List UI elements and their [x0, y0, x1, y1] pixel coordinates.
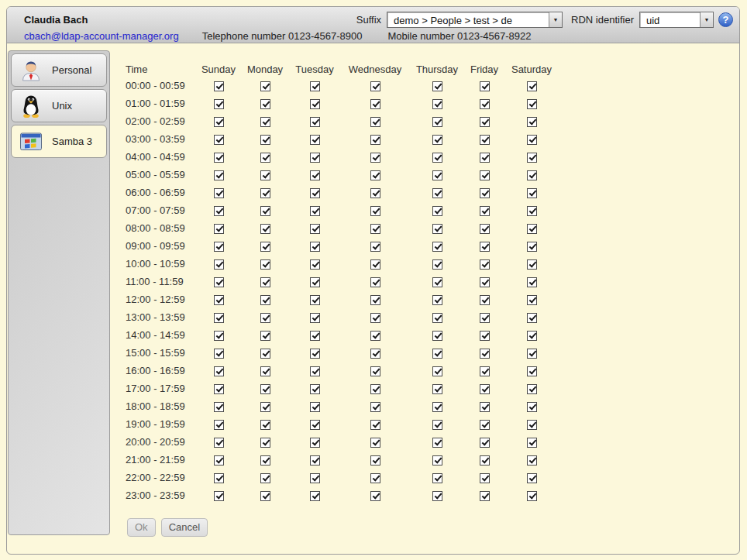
hour-checkbox-13:00-sunday[interactable]	[214, 313, 224, 323]
hour-checkbox-19:00-monday[interactable]	[260, 420, 270, 430]
hour-checkbox-21:00-wednesday[interactable]	[370, 455, 380, 466]
hour-checkbox-07:00-wednesday[interactable]	[370, 206, 380, 216]
hour-checkbox-06:00-friday[interactable]	[480, 188, 490, 198]
hour-checkbox-04:00-saturday[interactable]	[527, 153, 537, 163]
hour-checkbox-00:00-monday[interactable]	[260, 81, 270, 91]
hour-checkbox-07:00-sunday[interactable]	[214, 206, 224, 216]
hour-checkbox-17:00-friday[interactable]	[480, 384, 490, 394]
hour-checkbox-09:00-wednesday[interactable]	[370, 242, 380, 252]
hour-checkbox-12:00-friday[interactable]	[480, 295, 490, 305]
hour-checkbox-21:00-tuesday[interactable]	[310, 455, 320, 466]
hour-checkbox-19:00-sunday[interactable]	[214, 420, 224, 430]
hour-checkbox-21:00-saturday[interactable]	[527, 455, 537, 466]
hour-checkbox-14:00-wednesday[interactable]	[370, 331, 380, 341]
hour-checkbox-13:00-saturday[interactable]	[527, 313, 537, 323]
hour-checkbox-05:00-friday[interactable]	[480, 170, 490, 180]
hour-checkbox-17:00-wednesday[interactable]	[370, 384, 380, 394]
hour-checkbox-13:00-monday[interactable]	[260, 313, 270, 323]
hour-checkbox-00:00-friday[interactable]	[480, 81, 490, 91]
hour-checkbox-00:00-thursday[interactable]	[432, 81, 442, 91]
hour-checkbox-06:00-tuesday[interactable]	[310, 188, 320, 198]
hour-checkbox-15:00-saturday[interactable]	[527, 349, 537, 359]
hour-checkbox-01:00-sunday[interactable]	[214, 99, 224, 109]
hour-checkbox-02:00-tuesday[interactable]	[310, 117, 320, 127]
hour-checkbox-21:00-thursday[interactable]	[432, 455, 442, 466]
hour-checkbox-01:00-friday[interactable]	[480, 99, 490, 109]
hour-checkbox-21:00-sunday[interactable]	[214, 455, 224, 466]
hour-checkbox-02:00-friday[interactable]	[480, 117, 490, 127]
hour-checkbox-17:00-tuesday[interactable]	[310, 384, 320, 394]
hour-checkbox-08:00-saturday[interactable]	[527, 224, 537, 234]
hour-checkbox-16:00-friday[interactable]	[480, 366, 490, 376]
rdn-dropdown-arrow-icon[interactable]: ▼	[700, 12, 713, 27]
hour-checkbox-06:00-wednesday[interactable]	[370, 188, 380, 198]
hour-checkbox-01:00-thursday[interactable]	[432, 99, 442, 109]
hour-checkbox-20:00-thursday[interactable]	[432, 438, 442, 448]
hour-checkbox-19:00-tuesday[interactable]	[310, 420, 320, 430]
hour-checkbox-06:00-thursday[interactable]	[432, 188, 442, 198]
hour-checkbox-20:00-friday[interactable]	[480, 438, 490, 448]
hour-checkbox-23:00-thursday[interactable]	[432, 491, 442, 501]
hour-checkbox-15:00-monday[interactable]	[260, 349, 270, 359]
hour-checkbox-04:00-friday[interactable]	[480, 153, 490, 163]
hour-checkbox-10:00-sunday[interactable]	[214, 259, 224, 270]
hour-checkbox-14:00-saturday[interactable]	[527, 331, 537, 341]
hour-checkbox-04:00-wednesday[interactable]	[370, 153, 380, 163]
hour-checkbox-23:00-friday[interactable]	[480, 491, 490, 501]
hour-checkbox-07:00-monday[interactable]	[260, 206, 270, 216]
hour-checkbox-21:00-friday[interactable]	[480, 455, 490, 466]
hour-checkbox-16:00-sunday[interactable]	[214, 366, 224, 376]
hour-checkbox-00:00-wednesday[interactable]	[370, 81, 380, 91]
hour-checkbox-20:00-monday[interactable]	[260, 438, 270, 448]
hour-checkbox-04:00-thursday[interactable]	[432, 153, 442, 163]
hour-checkbox-00:00-tuesday[interactable]	[310, 81, 320, 91]
hour-checkbox-15:00-wednesday[interactable]	[370, 349, 380, 359]
hour-checkbox-03:00-tuesday[interactable]	[310, 135, 320, 145]
hour-checkbox-18:00-sunday[interactable]	[214, 402, 224, 412]
hour-checkbox-06:00-sunday[interactable]	[214, 188, 224, 198]
hour-checkbox-00:00-saturday[interactable]	[527, 81, 537, 91]
hour-checkbox-13:00-thursday[interactable]	[432, 313, 442, 323]
hour-checkbox-15:00-tuesday[interactable]	[310, 349, 320, 359]
hour-checkbox-12:00-monday[interactable]	[260, 295, 270, 305]
hour-checkbox-12:00-saturday[interactable]	[527, 295, 537, 305]
hour-checkbox-03:00-saturday[interactable]	[527, 135, 537, 145]
hour-checkbox-20:00-saturday[interactable]	[527, 438, 537, 448]
hour-checkbox-23:00-wednesday[interactable]	[370, 491, 380, 501]
hour-checkbox-13:00-friday[interactable]	[480, 313, 490, 323]
hour-checkbox-07:00-saturday[interactable]	[527, 206, 537, 216]
hour-checkbox-01:00-wednesday[interactable]	[370, 99, 380, 109]
hour-checkbox-17:00-sunday[interactable]	[214, 384, 224, 394]
hour-checkbox-16:00-saturday[interactable]	[527, 366, 537, 376]
hour-checkbox-15:00-sunday[interactable]	[214, 349, 224, 359]
hour-checkbox-03:00-wednesday[interactable]	[370, 135, 380, 145]
suffix-dropdown-arrow-icon[interactable]: ▼	[549, 12, 562, 27]
hour-checkbox-09:00-sunday[interactable]	[214, 242, 224, 252]
hour-checkbox-04:00-sunday[interactable]	[214, 153, 224, 163]
hour-checkbox-16:00-thursday[interactable]	[432, 366, 442, 376]
hour-checkbox-08:00-wednesday[interactable]	[370, 224, 380, 234]
hour-checkbox-11:00-sunday[interactable]	[214, 277, 224, 287]
hour-checkbox-11:00-monday[interactable]	[260, 277, 270, 287]
hour-checkbox-13:00-wednesday[interactable]	[370, 313, 380, 323]
hour-checkbox-23:00-monday[interactable]	[260, 491, 270, 501]
hour-checkbox-02:00-wednesday[interactable]	[370, 117, 380, 127]
hour-checkbox-02:00-monday[interactable]	[260, 117, 270, 127]
hour-checkbox-22:00-thursday[interactable]	[432, 473, 442, 483]
hour-checkbox-03:00-thursday[interactable]	[432, 135, 442, 145]
hour-checkbox-19:00-thursday[interactable]	[432, 420, 442, 430]
hour-checkbox-01:00-tuesday[interactable]	[310, 99, 320, 109]
hour-checkbox-10:00-saturday[interactable]	[527, 259, 537, 270]
hour-checkbox-03:00-friday[interactable]	[480, 135, 490, 145]
hour-checkbox-08:00-monday[interactable]	[260, 224, 270, 234]
hour-checkbox-14:00-monday[interactable]	[260, 331, 270, 341]
hour-checkbox-11:00-friday[interactable]	[480, 277, 490, 287]
hour-checkbox-17:00-thursday[interactable]	[432, 384, 442, 394]
hour-checkbox-18:00-tuesday[interactable]	[310, 402, 320, 412]
hour-checkbox-18:00-monday[interactable]	[260, 402, 270, 412]
hour-checkbox-01:00-saturday[interactable]	[527, 99, 537, 109]
hour-checkbox-18:00-wednesday[interactable]	[370, 402, 380, 412]
hour-checkbox-11:00-tuesday[interactable]	[310, 277, 320, 287]
hour-checkbox-07:00-thursday[interactable]	[432, 206, 442, 216]
hour-checkbox-09:00-friday[interactable]	[480, 242, 490, 252]
